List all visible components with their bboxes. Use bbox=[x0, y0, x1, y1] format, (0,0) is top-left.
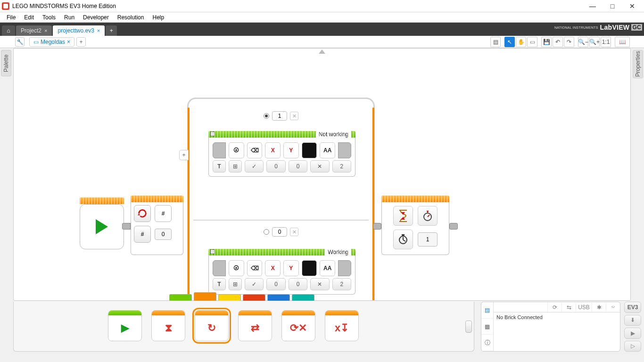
brick-available-button[interactable]: ⓘ bbox=[481, 335, 493, 351]
refresh-bricks-button[interactable]: ⟳ bbox=[547, 303, 561, 312]
case-selector-0[interactable]: 0 ✕ bbox=[264, 227, 298, 237]
menu-run[interactable]: Run bbox=[60, 13, 78, 22]
wait-mode-button[interactable] bbox=[393, 230, 413, 249]
pan-tool[interactable]: ✋ bbox=[516, 37, 526, 47]
palette-variable-block[interactable]: x↧ bbox=[325, 310, 359, 341]
palette-tab-sensor[interactable] bbox=[218, 294, 241, 301]
project-tab-inactive[interactable]: Project2 × bbox=[16, 25, 52, 36]
wifi-connection-button[interactable]: ⌔ bbox=[606, 303, 620, 312]
palette-tab-data[interactable] bbox=[243, 294, 265, 301]
x-param[interactable]: X bbox=[265, 142, 281, 158]
sequence-out-port[interactable] bbox=[338, 260, 351, 276]
palette-switch-block[interactable]: ⇄ bbox=[238, 310, 272, 341]
clear-screen-param[interactable]: ⌫ bbox=[247, 142, 263, 158]
sequence-in-port[interactable] bbox=[213, 260, 226, 276]
default-case-radio[interactable] bbox=[264, 113, 269, 119]
save-button[interactable]: 💾 bbox=[541, 37, 552, 47]
zoom-in-button[interactable]: 🔍+ bbox=[589, 37, 600, 47]
palette-tab-flow[interactable] bbox=[194, 292, 216, 301]
x-value[interactable]: 0 bbox=[266, 160, 285, 173]
sequence-out-port[interactable] bbox=[449, 223, 458, 230]
font-param[interactable]: AA bbox=[320, 260, 335, 276]
collapse-up-icon[interactable] bbox=[319, 49, 325, 54]
palette-scroll-handle[interactable] bbox=[465, 321, 472, 333]
menu-tools[interactable]: Tools bbox=[39, 13, 59, 22]
project-tab-active[interactable]: projecttwo.ev3 × bbox=[53, 25, 105, 36]
maximize-button[interactable]: □ bbox=[603, 0, 622, 12]
display-block-working[interactable]: Working ⦿ ⌫ X Y AA bbox=[208, 249, 355, 295]
loop-count-value[interactable]: 0 bbox=[155, 229, 172, 240]
brick-info-button[interactable]: ▤ bbox=[481, 302, 493, 319]
palette-tab-action[interactable] bbox=[169, 294, 192, 301]
palette-tab-myblocks[interactable] bbox=[292, 294, 314, 301]
undo-button[interactable]: ↶ bbox=[553, 37, 563, 47]
sequence-in-port[interactable] bbox=[213, 142, 226, 158]
loop-block[interactable]: # # 0 bbox=[131, 196, 183, 255]
comment-tool[interactable]: ▭ bbox=[527, 37, 537, 47]
close-icon[interactable]: × bbox=[97, 28, 100, 33]
font-value[interactable]: 2 bbox=[332, 278, 351, 290]
start-block[interactable] bbox=[80, 197, 124, 249]
color-param[interactable] bbox=[302, 142, 317, 158]
switch-block[interactable]: + 1 ✕ Not working ⦿ bbox=[187, 98, 375, 301]
y-value[interactable]: 0 bbox=[289, 278, 307, 290]
expand-button[interactable]: ⇆ bbox=[561, 303, 576, 312]
loop-condition-button[interactable]: # bbox=[134, 226, 151, 243]
y-value[interactable]: 0 bbox=[289, 160, 307, 173]
sequence-in-port[interactable] bbox=[373, 223, 381, 230]
zoom-reset-button[interactable]: 1:1 bbox=[601, 37, 611, 47]
palette-side-tab[interactable]: Palette bbox=[1, 50, 11, 76]
program-tab[interactable]: ▭ Megoldas × bbox=[29, 37, 74, 47]
bluetooth-connection-button[interactable]: ✱ bbox=[592, 303, 606, 312]
sequence-out-port[interactable] bbox=[338, 142, 351, 158]
color-value[interactable]: ✕ bbox=[310, 278, 329, 290]
menu-resolution[interactable]: Resolution bbox=[114, 13, 148, 22]
palette-loop-block[interactable]: ↻ bbox=[195, 310, 229, 341]
case-selector-1[interactable]: 1 ✕ bbox=[264, 111, 298, 121]
menu-file[interactable]: File bbox=[3, 13, 19, 22]
font-param[interactable]: AA bbox=[320, 142, 335, 158]
palette-tab-advanced[interactable] bbox=[267, 294, 290, 301]
palette-wait-block[interactable]: ⧗ bbox=[151, 310, 185, 341]
usb-connection-button[interactable]: USB bbox=[576, 303, 592, 312]
color-value[interactable]: ✕ bbox=[310, 160, 329, 173]
new-project-button[interactable]: + bbox=[106, 25, 117, 36]
lobby-button[interactable]: ⌂ bbox=[2, 25, 15, 36]
delete-case-button[interactable]: ✕ bbox=[290, 228, 298, 236]
text-mode-icon[interactable]: T bbox=[213, 160, 226, 173]
zoom-out-button[interactable]: 🔍– bbox=[578, 37, 588, 47]
default-case-radio[interactable] bbox=[264, 229, 269, 235]
x-value[interactable]: 0 bbox=[266, 278, 285, 290]
delete-case-button[interactable]: ✕ bbox=[290, 112, 298, 120]
color-param[interactable] bbox=[302, 260, 317, 276]
palette-loop-interrupt-block[interactable]: ⟳✕ bbox=[281, 310, 315, 341]
display-block-not-working[interactable]: Not working ⦿ ⌫ X Y AA bbox=[208, 131, 355, 177]
grid-mode-icon[interactable]: ⊞ bbox=[229, 278, 242, 290]
brick-ports-button[interactable]: ▦ bbox=[481, 319, 493, 335]
redo-button[interactable]: ↷ bbox=[564, 37, 574, 47]
menu-edit[interactable]: Edit bbox=[20, 13, 38, 22]
help-button[interactable]: 📖 bbox=[615, 37, 630, 47]
run-selected-button[interactable]: ▷ bbox=[624, 341, 641, 352]
case-value[interactable]: 1 bbox=[272, 111, 287, 121]
menu-help[interactable]: Help bbox=[149, 13, 168, 22]
wait-block[interactable]: 1 bbox=[381, 196, 449, 255]
case-value[interactable]: 0 bbox=[272, 227, 287, 237]
clear-value[interactable]: ✓ bbox=[245, 278, 264, 290]
close-button[interactable]: ✕ bbox=[622, 0, 642, 12]
canvas[interactable]: # # 0 + 1 ✕ bbox=[13, 48, 631, 301]
x-param[interactable]: X bbox=[265, 260, 281, 276]
wait-seconds-value[interactable]: 1 bbox=[418, 232, 438, 247]
close-icon[interactable]: × bbox=[67, 39, 70, 45]
text-mode-icon[interactable]: T bbox=[213, 278, 226, 290]
grid-mode-icon[interactable]: ⊞ bbox=[229, 160, 242, 173]
add-case-button[interactable]: + bbox=[179, 150, 189, 160]
menu-developer[interactable]: Developer bbox=[79, 13, 113, 22]
run-button[interactable]: ▶ bbox=[624, 328, 641, 339]
content-editor-button[interactable]: ▤ bbox=[490, 37, 501, 47]
new-program-button[interactable]: + bbox=[76, 37, 86, 47]
project-properties-button[interactable]: 🔧 bbox=[15, 37, 25, 47]
clear-value[interactable]: ✓ bbox=[245, 160, 264, 173]
display-mode-button[interactable]: ⦿ bbox=[229, 142, 244, 158]
y-param[interactable]: Y bbox=[283, 142, 299, 158]
